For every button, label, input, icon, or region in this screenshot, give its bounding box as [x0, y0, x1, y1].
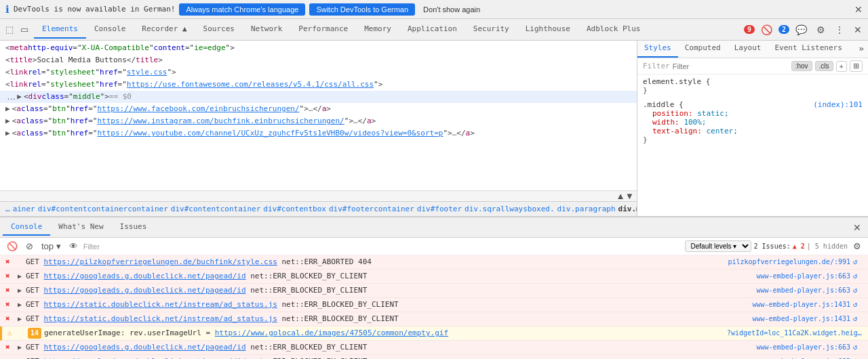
top-panels: <meta http-equiv="X-UA-Compatible" conte… — [0, 41, 868, 217]
bc-item[interactable]: div#contentcontainer — [171, 205, 260, 213]
expand-arrow[interactable]: ▶ — [5, 116, 10, 127]
error-badge-button[interactable]: 🚫 — [757, 22, 776, 37]
styles-tab[interactable]: Styles — [637, 41, 678, 58]
bc-item[interactable]: div.paragraph — [557, 205, 616, 213]
code-line: <title>Social Media Buttons</title> — [0, 54, 637, 66]
log-source-link[interactable]: www-embed-player.js:1431 — [715, 299, 850, 310]
event-listeners-tab[interactable]: Event Listeners — [768, 41, 848, 58]
bc-item[interactable]: ainer — [13, 205, 35, 213]
reload-icon[interactable]: ↺ — [853, 257, 863, 268]
bc-item[interactable]: div#footercontainer — [329, 205, 414, 213]
console-tab-console[interactable]: Console — [3, 219, 50, 236]
log-url-link[interactable]: https://www.golocal.de/images/47505/comm… — [215, 329, 448, 337]
console-tab-issues[interactable]: Issues — [112, 219, 155, 236]
tab-elements[interactable]: Elements — [34, 20, 86, 39]
reload-icon[interactable]: ↺ — [853, 285, 863, 296]
computed-tab[interactable]: Computed — [678, 41, 728, 58]
scroll-up-button[interactable]: ▲ — [616, 191, 625, 201]
notif-text: DevTools is now available in German! — [14, 5, 175, 14]
log-source-link[interactable]: ?widgetId=loc_11Ca2K.widget.height=2:818 — [727, 328, 863, 339]
bc-item[interactable]: div.sqrallwaysboxed. — [465, 205, 554, 213]
tab-lighthouse[interactable]: Lighthouse — [517, 20, 578, 39]
style-source-link[interactable]: (index):101 — [813, 100, 863, 109]
log-url-link[interactable]: https://static.doubleclick.net/instream/… — [44, 300, 277, 309]
log-source-link[interactable]: www-embed-player.js:663 — [715, 271, 850, 282]
styles-content: element.style { } .middle { (index):101 … — [637, 75, 868, 216]
tab-application[interactable]: Application — [399, 20, 465, 39]
selected-code-line[interactable]: … ▶ <div class="middle"> == $0 — [0, 91, 637, 103]
reload-icon[interactable]: ↺ — [853, 299, 863, 310]
log-url-link[interactable]: https://static.doubleclick.net/instream/… — [44, 314, 277, 323]
style-prop-width: width: 100%; — [643, 118, 863, 127]
default-levels-select[interactable]: Default levels ▾ — [685, 240, 751, 252]
bc-item[interactable]: … — [5, 205, 10, 213]
reload-icon[interactable]: ↺ — [853, 314, 863, 324]
scroll-down-button[interactable]: ▼ — [625, 191, 634, 201]
clear-console-button[interactable]: 🚫 — [4, 240, 20, 252]
reload-icon[interactable]: ↺ — [853, 271, 863, 282]
expand-button[interactable]: ▶ — [18, 342, 24, 353]
log-source-link[interactable]: www-embed-player.js:1431 — [715, 314, 850, 324]
reload-icon[interactable]: ↺ — [853, 356, 863, 359]
expand-arrow[interactable]: ▶ — [5, 104, 10, 114]
hov-filter-button[interactable]: :hov — [791, 61, 812, 71]
more-button[interactable]: … — [5, 91, 17, 102]
tab-memory[interactable]: Memory — [356, 20, 399, 39]
expand-button[interactable]: ▶ — [18, 356, 24, 359]
log-url-link[interactable]: https://googleads.g.doubleclick.net/page… — [44, 286, 246, 295]
console-tab-whatsnew[interactable]: What's New — [50, 219, 111, 236]
expand-button[interactable]: ▶ — [18, 299, 24, 310]
tab-security[interactable]: Security — [465, 20, 517, 39]
console-filter-input[interactable] — [83, 242, 682, 251]
console-tab-bar: Console What's New Issues ✕ — [0, 217, 868, 238]
bc-item[interactable]: div#footer — [417, 205, 462, 213]
add-style-button[interactable]: + — [836, 61, 847, 72]
dont-show-button[interactable]: Don't show again — [419, 3, 484, 16]
eye-icon-button[interactable]: 👁 — [66, 240, 81, 252]
log-source-link[interactable]: www-embed-player.js:663 — [715, 285, 850, 296]
log-source-link[interactable]: www-embed-player.js:663 — [715, 356, 850, 359]
log-url-link[interactable]: https://googleads.g.doubleclick.net/page… — [44, 343, 246, 352]
settings-icon-button[interactable]: ⚙ — [813, 22, 829, 37]
expand-button[interactable]: ▶ — [18, 285, 24, 296]
message-badge-button[interactable]: 💬 — [792, 22, 810, 37]
log-url-link[interactable]: https://googleads.g.doubleclick.net/page… — [44, 272, 246, 280]
top-context-selector[interactable]: top ▾ — [39, 240, 64, 252]
tab-console[interactable]: Console — [86, 20, 134, 39]
expand-button[interactable]: ▶ — [18, 314, 24, 324]
device-icon-button[interactable]: ▭ — [18, 23, 31, 36]
layout-tab[interactable]: Layout — [728, 41, 768, 58]
styles-more-button[interactable]: » — [854, 41, 868, 58]
error-icon: ✖ — [5, 314, 15, 324]
more-icon-button[interactable]: ⋮ — [831, 22, 848, 37]
expand-arrow[interactable]: ▶ — [5, 128, 10, 139]
console-stop-button[interactable]: ⊘ — [23, 240, 36, 252]
issues-badge: 2 Issues: ▲ 2 | 5 hidden — [754, 242, 848, 250]
tab-network[interactable]: Network — [243, 20, 290, 39]
styles-filter-input[interactable] — [673, 62, 789, 70]
tab-sources[interactable]: Sources — [195, 20, 243, 39]
tab-adblock[interactable]: Adblock Plus — [578, 20, 648, 39]
log-source-link[interactable]: www-embed-player.js:663 — [715, 342, 850, 353]
bc-item[interactable]: div#contentcontainercontainer — [38, 205, 168, 213]
console-settings-button[interactable]: ⚙ — [850, 240, 864, 252]
close-devtools-button[interactable]: ✕ — [850, 22, 865, 37]
reload-icon[interactable]: ↺ — [853, 342, 863, 353]
log-url-link[interactable]: https://pilzkopfverriegelungen.de/buchfi… — [44, 257, 277, 266]
bc-item-active[interactable]: div.middle — [618, 205, 637, 213]
inspect-icon-button[interactable]: ⬚ — [3, 23, 16, 36]
switch-devtools-button[interactable]: Switch DevTools to German — [309, 3, 415, 16]
cls-filter-button[interactable]: .cls — [815, 61, 833, 71]
console-close-button[interactable]: ✕ — [849, 222, 865, 233]
scroll-indicator: ▲ ▼ — [0, 190, 637, 201]
style-prop-text-align: text-align: center; — [643, 127, 863, 135]
log-source-link[interactable]: pilzkopfverriegelungen.de/:991 — [715, 257, 850, 268]
tab-performance[interactable]: Performance — [290, 20, 356, 39]
bc-item[interactable]: div#contentbox — [263, 205, 326, 213]
toggle-style-button[interactable]: ⊞ — [850, 60, 863, 72]
expand-arrow[interactable]: ▶ — [17, 91, 22, 102]
tab-recorder[interactable]: Recorder ▲ — [134, 20, 195, 39]
expand-button[interactable]: ▶ — [18, 271, 24, 282]
notif-close-button[interactable]: ✕ — [854, 4, 863, 15]
match-language-button[interactable]: Always match Chrome's language — [179, 3, 305, 16]
